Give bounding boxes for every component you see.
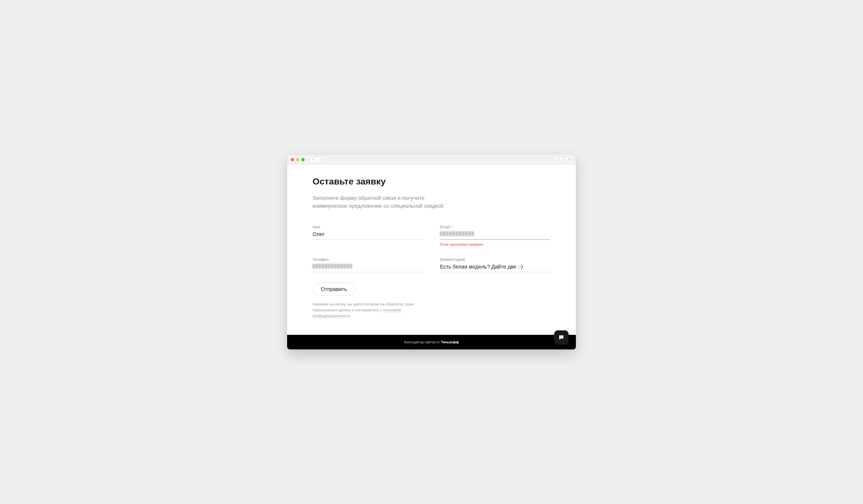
redacted-email [440,231,474,236]
consent-suffix: . [350,314,351,318]
traffic-lights [291,158,304,161]
footer-text: Конструктор сайтов от [404,340,441,344]
phone-input[interactable] [313,263,423,272]
share-button[interactable] [555,157,563,163]
page-content: Оставьте заявку Заполните форму обратной… [287,165,576,335]
email-error-text: Поле заполнено неверно [440,242,550,247]
window-close-button[interactable] [291,158,294,161]
field-name: Имя [313,225,423,247]
comment-label: Комментарий [440,257,550,262]
name-input[interactable] [313,230,423,240]
phone-label: Телефон [313,257,423,262]
nav-back-button[interactable] [310,157,316,163]
chat-icon [558,334,564,341]
nav-arrows [309,156,324,163]
field-comment: Комментарий [440,257,550,272]
redacted-phone [313,264,352,268]
page-title: Оставьте заявку [313,176,550,187]
nav-forward-button[interactable] [316,157,323,163]
email-label: Email * [440,225,550,229]
window-minimize-button[interactable] [296,158,299,161]
footer-brand: Тинькофф [441,340,459,344]
tabs-button[interactable] [565,157,572,163]
window-fullscreen-button[interactable] [301,158,304,161]
browser-window: Оставьте заявку Заполните форму обратной… [287,155,576,349]
form: Имя Email * Поле заполнено неверно Телеф… [313,225,550,272]
chat-button[interactable] [554,330,568,345]
consent-text: Нажимая на кнопку, вы даете согласие на … [313,302,418,319]
page-subtitle: Заполните форму обратной связи и получит… [313,194,461,210]
email-input[interactable] [440,230,550,240]
consent-with-link[interactable]: с [380,308,382,312]
svg-rect-0 [567,159,569,161]
window-titlebar [287,155,576,165]
field-email: Email * Поле заполнено неверно [440,225,550,247]
submit-button[interactable]: Отправить [313,283,355,296]
comment-input[interactable] [440,263,550,272]
name-label: Имя [313,225,423,229]
field-phone: Телефон [313,257,423,272]
page-footer: Конструктор сайтов от Тинькофф [287,335,576,349]
